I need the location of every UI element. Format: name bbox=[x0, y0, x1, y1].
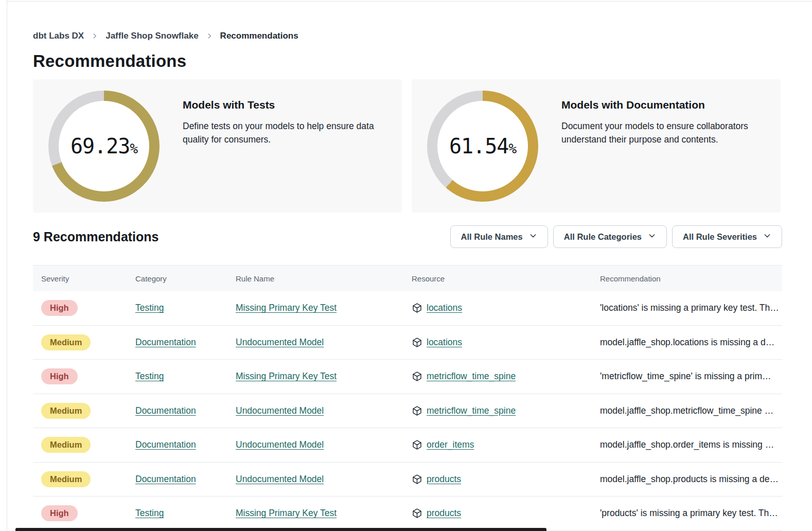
rule-name-link[interactable]: Undocumented Model bbox=[236, 405, 324, 416]
column-header-category: Category bbox=[135, 274, 236, 283]
resource-link[interactable]: products bbox=[427, 508, 461, 519]
clipped-bottom-element bbox=[15, 528, 546, 531]
model-cube-icon bbox=[412, 474, 422, 485]
category-link[interactable]: Documentation bbox=[135, 474, 196, 484]
breadcrumb-current: Recommendations bbox=[220, 31, 298, 41]
rule-severities-filter-dropdown[interactable]: All Rule Severities bbox=[672, 225, 782, 248]
resource-link[interactable]: locations bbox=[427, 337, 462, 348]
recommendation-text: 'products' is missing a primary key test… bbox=[600, 508, 782, 519]
table-row: High Testing Missing Primary Key Test me… bbox=[33, 360, 782, 394]
recommendations-page: dbt Labs DX Jaffle Shop Snowflake Recomm… bbox=[0, 0, 812, 531]
recommendation-text: model.jaffle_shop.products is missing a … bbox=[600, 474, 782, 485]
rule-name-link[interactable]: Missing Primary Key Test bbox=[236, 303, 337, 313]
main-content: dbt Labs DX Jaffle Shop Snowflake Recomm… bbox=[33, 0, 782, 531]
rule-name-link[interactable]: Missing Primary Key Test bbox=[236, 508, 337, 518]
recommendation-text: model.jaffle_shop.metricflow_time_spine … bbox=[600, 405, 782, 416]
model-cube-icon bbox=[412, 371, 422, 382]
severity-badge: Medium bbox=[41, 471, 91, 487]
table-row: Medium Documentation Undocumented Model … bbox=[33, 326, 782, 360]
filters: All Rule Names All Rule Categories All R… bbox=[450, 225, 782, 248]
recommendations-table: Severity Category Rule Name Resource Rec… bbox=[33, 265, 782, 531]
severity-badge: Medium bbox=[41, 403, 91, 419]
column-header-rule-name: Rule Name bbox=[236, 274, 412, 283]
table-row: Medium Documentation Undocumented Model … bbox=[33, 394, 782, 429]
chevron-down-icon bbox=[529, 232, 537, 242]
model-cube-icon bbox=[412, 337, 422, 348]
recommendation-text: 'metricflow_time_spine' is missing a pri… bbox=[600, 371, 782, 382]
table-row: Medium Documentation Undocumented Model … bbox=[33, 463, 782, 497]
category-link[interactable]: Testing bbox=[135, 303, 164, 313]
models-with-documentation-card: 61.54% Models with Documentation Documen… bbox=[412, 79, 781, 213]
model-cube-icon bbox=[412, 439, 422, 450]
severity-badge: High bbox=[41, 368, 78, 384]
resource-link[interactable]: locations bbox=[427, 303, 462, 313]
category-link[interactable]: Testing bbox=[135, 508, 164, 518]
documentation-donut-chart: 61.54% bbox=[427, 91, 538, 202]
rule-name-link[interactable]: Undocumented Model bbox=[236, 337, 324, 347]
page-title: Recommendations bbox=[33, 51, 782, 71]
rule-name-link[interactable]: Undocumented Model bbox=[236, 439, 324, 450]
rule-name-link[interactable]: Missing Primary Key Test bbox=[236, 371, 337, 381]
chevron-right-icon bbox=[91, 32, 98, 40]
severity-badge: Medium bbox=[41, 334, 91, 350]
card-title: Models with Documentation bbox=[561, 99, 765, 111]
column-header-recommendation: Recommendation bbox=[600, 274, 782, 283]
metric-cards: 69.23% Models with Tests Define tests on… bbox=[33, 79, 782, 213]
column-header-resource: Resource bbox=[412, 274, 600, 283]
recommendation-text: 'locations' is missing a primary key tes… bbox=[600, 303, 782, 313]
breadcrumb-link-jaffle-shop-snowflake[interactable]: Jaffle Shop Snowflake bbox=[105, 31, 198, 41]
table-row: High Testing Missing Primary Key Test pr… bbox=[33, 497, 782, 531]
recommendations-count: 9 Recommendations bbox=[33, 229, 159, 244]
model-cube-icon bbox=[412, 508, 422, 519]
table-row: Medium Documentation Undocumented Model … bbox=[33, 428, 782, 463]
severity-badge: High bbox=[41, 300, 78, 316]
rule-names-filter-dropdown[interactable]: All Rule Names bbox=[450, 225, 548, 248]
chevron-right-icon bbox=[206, 32, 213, 40]
column-header-severity: Severity bbox=[41, 274, 135, 283]
chevron-down-icon bbox=[763, 232, 771, 242]
table-row: High Testing Missing Primary Key Test lo… bbox=[33, 291, 782, 326]
resource-link[interactable]: order_items bbox=[427, 439, 474, 450]
breadcrumb-link-dbt-labs-dx[interactable]: dbt Labs DX bbox=[33, 31, 84, 41]
resource-link[interactable]: metricflow_time_spine bbox=[427, 371, 516, 382]
resource-link[interactable]: products bbox=[427, 474, 461, 485]
list-header-row: 9 Recommendations All Rule Names All Rul… bbox=[33, 225, 782, 248]
category-link[interactable]: Documentation bbox=[135, 439, 196, 450]
breadcrumb: dbt Labs DX Jaffle Shop Snowflake Recomm… bbox=[33, 31, 782, 41]
severity-badge: Medium bbox=[41, 437, 91, 453]
table-header: Severity Category Rule Name Resource Rec… bbox=[33, 266, 782, 291]
models-with-tests-card: 69.23% Models with Tests Define tests on… bbox=[33, 79, 402, 213]
resource-link[interactable]: metricflow_time_spine bbox=[427, 405, 516, 416]
category-link[interactable]: Documentation bbox=[135, 405, 196, 416]
tests-percent-value: 69.23% bbox=[70, 134, 137, 158]
chevron-down-icon bbox=[648, 232, 656, 242]
card-title: Models with Tests bbox=[183, 99, 386, 111]
recommendation-text: model.jaffle_shop.order_items is missing… bbox=[600, 439, 782, 450]
category-link[interactable]: Testing bbox=[135, 371, 164, 381]
documentation-percent-value: 61.54% bbox=[449, 134, 516, 158]
tests-donut-chart: 69.23% bbox=[48, 91, 160, 202]
rule-categories-filter-dropdown[interactable]: All Rule Categories bbox=[553, 225, 667, 248]
severity-badge: High bbox=[41, 505, 78, 521]
category-link[interactable]: Documentation bbox=[135, 337, 196, 347]
table-body: High Testing Missing Primary Key Test lo… bbox=[33, 291, 782, 531]
rule-name-link[interactable]: Undocumented Model bbox=[236, 474, 324, 484]
recommendation-text: model.jaffle_shop.locations is missing a… bbox=[600, 337, 782, 348]
model-cube-icon bbox=[412, 303, 422, 313]
model-cube-icon bbox=[412, 405, 422, 416]
left-panel-divider bbox=[7, 0, 7, 531]
card-description: Define tests on your models to help ensu… bbox=[183, 119, 386, 147]
card-description: Document your models to ensure collabora… bbox=[561, 119, 765, 147]
